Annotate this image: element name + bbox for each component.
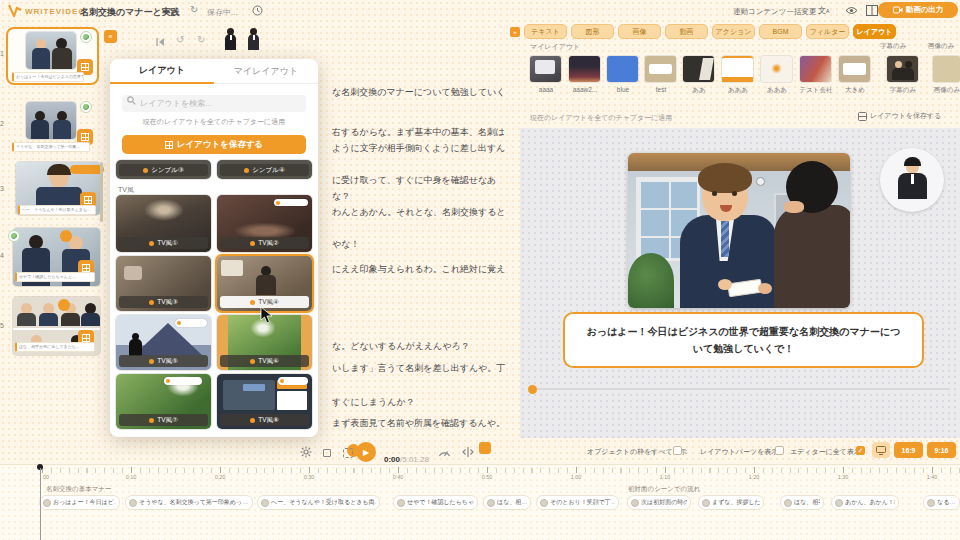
ratio-9-16-button[interactable]: 9:16 <box>927 442 956 458</box>
preview-illustration[interactable] <box>628 153 850 308</box>
timeline-segment[interactable]: 次は初対面の時の… <box>627 495 691 510</box>
timeline-segment[interactable]: まずな、挨拶した後… <box>698 495 764 510</box>
layout-thumb-aaaw2[interactable] <box>569 56 600 82</box>
tab-shapes[interactable]: 図形 <box>571 24 614 39</box>
layout-card-label: TV風⑧ <box>258 416 279 425</box>
show-layout-parts-checkbox[interactable] <box>775 446 784 455</box>
timeline-segment[interactable]: そのとおり！笑顔で丁… <box>536 495 619 510</box>
stop-button[interactable] <box>323 449 331 457</box>
popup-save-layout-button[interactable]: レイアウトを保存する <box>122 135 306 154</box>
scene-thumbnail[interactable] <box>26 102 76 139</box>
layout-card-tv-5[interactable]: TV風⑤ <box>116 315 211 370</box>
tab-images[interactable]: 画像 <box>618 24 661 39</box>
timeline-segment[interactable]: ほな、相手… <box>780 495 824 510</box>
app-logo: WRITEVIDEO <box>25 7 86 16</box>
subtitle-box[interactable]: おっはよー！今日はビジネスの世界で超重要な名刺交換のマナーについて勉強していくで… <box>563 312 924 368</box>
layout-thumb-aaaa[interactable] <box>530 56 561 82</box>
timeline-segment[interactable]: せやで！確認したらちゃ… <box>393 495 478 510</box>
tab-layout[interactable]: レイアウト <box>853 24 896 39</box>
collapse-right-panel-button[interactable]: » <box>510 27 520 37</box>
ratio-16-9-button[interactable]: 16:9 <box>894 442 923 458</box>
tab-filter[interactable]: フィルター <box>806 24 849 39</box>
segment-text: なる… <box>937 498 955 507</box>
scene-caption: そうやな、名刺交換って第一印象… <box>12 142 90 152</box>
tab-bgm[interactable]: BGM <box>759 24 802 39</box>
collapse-panel-button[interactable]: « <box>104 30 117 43</box>
layout-thumb-image-only[interactable] <box>933 56 960 82</box>
timeline-segment[interactable]: そうやな、名刺交換って第一印象めっ… <box>125 495 253 510</box>
timeline-tool-button[interactable] <box>479 442 491 454</box>
export-video-button[interactable]: 動画の出力 <box>878 2 958 18</box>
character-a[interactable] <box>224 28 237 50</box>
layout-card-tv-1[interactable]: TV風① <box>116 195 211 252</box>
card-badge <box>278 377 308 385</box>
undo-icon[interactable]: ↺ <box>176 34 184 45</box>
timeline-ruler[interactable] <box>42 468 960 473</box>
playback-speed-icon[interactable] <box>438 447 451 457</box>
narrator-avatar[interactable] <box>880 148 944 212</box>
settings-gear-icon[interactable] <box>300 446 312 458</box>
timeline-segment[interactable]: あかん、あかん！相手の名… <box>831 495 899 510</box>
layout-card-tv-4-selected[interactable]: TV風④ <box>217 256 312 311</box>
sync-icon[interactable]: ↻ <box>190 4 198 15</box>
tick-label: 1:00 <box>571 474 582 480</box>
timeline-segment[interactable]: ほな、相… <box>483 495 531 510</box>
shape <box>712 191 717 196</box>
layout-search-input[interactable] <box>122 95 306 112</box>
progress-track[interactable] <box>537 388 950 390</box>
timeline-segment[interactable]: へー、そうなんや！受け取るときも両… <box>257 495 380 510</box>
skip-start-icon[interactable] <box>155 37 165 47</box>
history-icon[interactable] <box>252 5 263 16</box>
scene-list-scrollbar[interactable] <box>100 162 103 222</box>
layout-thumb-test[interactable] <box>645 56 676 82</box>
shape <box>230 35 232 40</box>
popup-tab-my-layouts[interactable]: マイレイアウト <box>214 59 318 84</box>
layout-thumb-blue[interactable] <box>607 56 638 82</box>
layout-card-simple-4[interactable]: シンプル④ <box>217 160 312 179</box>
layout-thumb-aaa-1[interactable] <box>722 56 753 82</box>
character-b[interactable] <box>247 28 260 50</box>
dot-icon <box>149 241 154 246</box>
tick <box>309 467 310 473</box>
shape <box>53 120 71 139</box>
timeline-segment[interactable]: なる… <box>923 495 960 510</box>
tab-action[interactable]: アクション <box>712 24 755 39</box>
logo-icon <box>8 4 22 17</box>
translate-icon[interactable]: 文A <box>818 5 829 16</box>
apply-all-chapters-link[interactable]: 現在のレイアウトを全てのチャプターに適用 <box>530 113 672 123</box>
progress-handle[interactable] <box>528 385 537 394</box>
scene-thumbnail[interactable] <box>26 32 76 69</box>
layout-search[interactable] <box>122 92 306 109</box>
chapter-label-2[interactable]: 初対面のシーンでの流れ <box>628 485 700 494</box>
popup-apply-all-link[interactable]: 現在のレイアウトを全てのチャプターに適用 <box>110 117 318 127</box>
layout-card-tv-2[interactable]: TV風② <box>217 195 312 252</box>
layout-card-simple-3[interactable]: シンプル③ <box>116 160 211 179</box>
layout-columns-icon[interactable] <box>866 5 878 16</box>
mouse-cursor <box>260 306 273 324</box>
layout-card-tv-7[interactable]: TV風⑦ <box>116 374 211 429</box>
bulk-edit-label[interactable]: 連動コンテンツ一括変更 <box>733 7 816 17</box>
popup-tab-layouts[interactable]: レイアウト <box>110 59 214 84</box>
loop-region-icon[interactable] <box>343 448 353 458</box>
chapter-label-1[interactable]: 名刺交換の基本マナー <box>46 485 111 494</box>
tab-text[interactable]: テキスト <box>524 24 567 39</box>
playhead-line[interactable] <box>40 468 41 540</box>
fit-timeline-icon[interactable] <box>462 447 474 457</box>
play-button[interactable]: ▶ <box>356 442 376 462</box>
eye-icon[interactable] <box>845 6 858 15</box>
layout-thumb-test-company[interactable] <box>800 56 831 82</box>
layout-thumb-large[interactable] <box>839 56 870 82</box>
layout-thumb-subtitle-only[interactable] <box>887 56 918 82</box>
layout-card-tv-3[interactable]: TV風③ <box>116 256 211 311</box>
tab-video[interactable]: 動画 <box>665 24 708 39</box>
timeline-segment[interactable]: おっはよー！今日はビ… <box>39 495 120 510</box>
show-all-editor-checkbox[interactable]: ✓ <box>856 446 865 455</box>
monitor-view-button[interactable] <box>872 442 890 458</box>
layout-thumb-aa[interactable] <box>683 56 714 82</box>
show-object-frames-checkbox[interactable] <box>673 446 682 455</box>
shape <box>784 201 804 213</box>
save-layout-link[interactable]: レイアウトを保存する <box>858 111 941 121</box>
layout-card-tv-8[interactable]: TV風⑧ <box>217 374 312 429</box>
layout-thumb-aaa-2[interactable] <box>761 56 792 82</box>
redo-icon[interactable]: ↻ <box>197 34 205 45</box>
